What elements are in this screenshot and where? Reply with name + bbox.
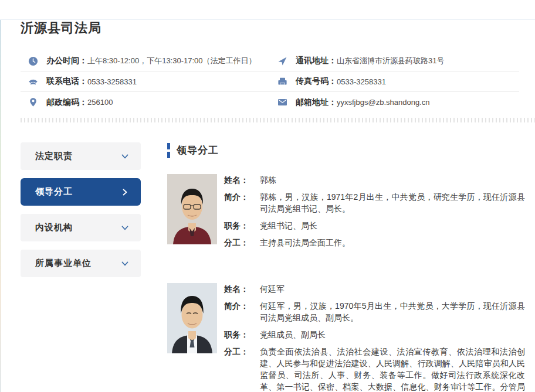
mail-icon xyxy=(277,97,287,107)
chevron-down-icon xyxy=(121,260,129,268)
leader-details: 姓名： 何廷军 简介： 何廷军，男，汉族，1970年5月出生，中共党员，大学学历… xyxy=(224,283,525,392)
top-border-line xyxy=(0,19,535,20)
contact-value: 上午8:30-12:00，下午13:30-17:00（法定工作日） xyxy=(87,56,256,66)
heading-accent-bar xyxy=(167,143,170,158)
section-heading-title: 领导分工 xyxy=(177,144,219,157)
leader-photo xyxy=(167,283,217,353)
leader-details: 姓名： 郭栋 简介： 郭栋，男，汉族，1971年2月出生，中共党员，研究生学历，… xyxy=(224,174,525,254)
contact-value: 0533-3258331 xyxy=(87,77,137,86)
contact-fax: 传真号码： 0533-3258331 xyxy=(270,71,519,92)
contact-value: 256100 xyxy=(87,98,113,107)
sidebar-item-label: 法定职责 xyxy=(35,151,73,162)
dotted-divider xyxy=(21,118,535,122)
detail-row-name: 姓名： 郭栋 xyxy=(224,174,525,186)
postcode-pin-icon xyxy=(28,97,38,107)
field-value: 何廷军 xyxy=(260,283,525,295)
page: 沂源县司法局 办公时间： 上午8:30-12:00，下午13:30-17:00（… xyxy=(0,19,535,392)
field-label: 简介： xyxy=(224,300,260,323)
left-edge-strip xyxy=(0,19,1,392)
detail-row-position: 职务： 党组成员、副局长 xyxy=(224,329,525,340)
detail-row-intro: 简介： 何廷军，男，汉族，1970年5月出生，中共党员，大学学历，现任沂源县司法… xyxy=(224,300,525,323)
field-label: 姓名： xyxy=(224,283,260,295)
section-heading: 领导分工 xyxy=(167,142,525,158)
main-content: 领导分工 xyxy=(167,142,525,392)
detail-row-position: 职务： 党组书记、局长 xyxy=(224,220,525,231)
field-value: 负责全面依法治县、法治社会建设、法治宣传教育、依法治理和法治创建、人民参与和促进… xyxy=(260,346,525,392)
field-value: 主持县司法局全面工作。 xyxy=(260,237,525,248)
fax-icon xyxy=(277,77,287,87)
detail-row-division: 分工： 主持县司法局全面工作。 xyxy=(224,237,525,248)
chevron-down-icon xyxy=(121,152,129,161)
contact-email: 邮箱地址： yyxsfjbgs@zb.shandong.cn xyxy=(270,92,519,113)
sidebar-item-affiliated-units[interactable]: 所属事业单位 xyxy=(21,250,141,277)
field-label: 职务： xyxy=(224,329,260,340)
clock-icon xyxy=(28,56,38,66)
contact-label: 联系电话： xyxy=(46,76,87,87)
leader-photo xyxy=(167,174,217,244)
page-title: 沂源县司法局 xyxy=(21,19,535,37)
field-value: 郭栋 xyxy=(260,174,525,186)
leader-profile: 姓名： 何廷军 简介： 何廷军，男，汉族，1970年5月出生，中共党员，大学学历… xyxy=(167,283,525,392)
chevron-down-icon xyxy=(121,224,129,232)
contact-postcode: 邮政编码： 256100 xyxy=(21,92,270,113)
sidebar-item-internal-orgs[interactable]: 内设机构 xyxy=(21,214,141,241)
field-label: 职务： xyxy=(224,220,260,231)
sidebar-item-duties[interactable]: 法定职责 xyxy=(21,142,141,170)
sidebar-item-label: 内设机构 xyxy=(35,222,73,233)
field-value: 党组书记、局长 xyxy=(260,220,525,231)
field-label: 简介： xyxy=(224,191,260,214)
chevron-right-icon xyxy=(121,188,129,196)
contact-value: 0533-3258331 xyxy=(337,77,386,86)
leader-profile: 姓名： 郭栋 简介： 郭栋，男，汉族，1971年2月出生，中共党员，研究生学历，… xyxy=(167,174,525,254)
field-label: 分工： xyxy=(224,237,260,248)
field-label: 姓名： xyxy=(224,174,260,186)
contact-value: 山东省淄博市沂源县药玻路31号 xyxy=(337,56,444,66)
contact-label: 办公时间： xyxy=(46,56,87,66)
contact-phone: 联系电话： 0533-3258331 xyxy=(21,71,270,92)
contact-label: 通讯地址： xyxy=(296,56,337,66)
contact-address: 通讯地址： 山东省淄博市沂源县药玻路31号 xyxy=(270,51,519,71)
sidebar-nav: 法定职责 领导分工 内设机构 所属事业单位 xyxy=(21,142,141,392)
contact-value: yyxsfjbgs@zb.shandong.cn xyxy=(337,98,429,107)
field-value: 党组成员、副局长 xyxy=(260,329,525,340)
location-arrow-icon xyxy=(277,56,287,66)
contact-office-hours: 办公时间： 上午8:30-12:00，下午13:30-17:00（法定工作日） xyxy=(21,51,270,71)
field-value: 何廷军，男，汉族，1970年5月出生，中共党员，大学学历，现任沂源县司法局党组成… xyxy=(260,300,525,323)
contact-label: 邮箱地址： xyxy=(296,97,337,108)
detail-row-intro: 简介： 郭栋，男，汉族，1971年2月出生，中共党员，研究生学历，现任沂源县司法… xyxy=(224,191,525,214)
detail-row-division: 分工： 负责全面依法治县、法治社会建设、法治宣传教育、依法治理和法治创建、人民参… xyxy=(224,346,525,392)
sidebar-item-label: 领导分工 xyxy=(35,186,73,197)
sidebar-item-leadership[interactable]: 领导分工 xyxy=(21,178,141,206)
contact-label: 邮政编码： xyxy=(46,97,87,108)
sidebar-item-label: 所属事业单位 xyxy=(35,258,92,269)
phone-icon xyxy=(28,77,38,87)
field-value: 郭栋，男，汉族，1971年2月出生，中共党员，研究生学历，现任沂源县司法局党组书… xyxy=(260,191,525,214)
detail-row-name: 姓名： 何廷军 xyxy=(224,283,525,295)
contact-label: 传真号码： xyxy=(296,76,337,87)
field-label: 分工： xyxy=(224,346,260,392)
contact-info-table: 办公时间： 上午8:30-12:00，下午13:30-17:00（法定工作日） … xyxy=(21,51,519,113)
